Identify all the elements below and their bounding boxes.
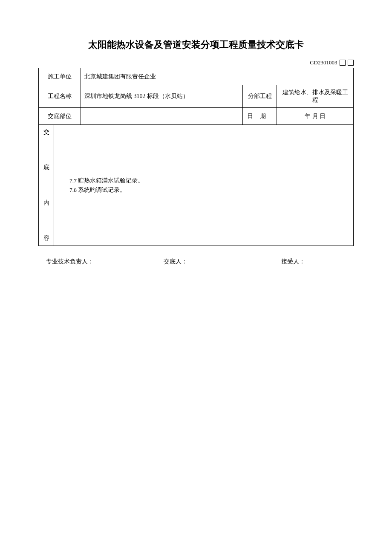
- code-box-1: [340, 60, 346, 66]
- label-project-name: 工程名称: [39, 85, 81, 108]
- document-code: GD2301003: [310, 59, 337, 66]
- vertical-char-3: 内: [43, 199, 49, 207]
- main-form-table: 施工单位 北京城建集团有限责任企业 工程名称 深圳市地铁龙岗线 3102 标段（…: [38, 68, 354, 246]
- document-code-row: GD2301003: [38, 59, 354, 66]
- row-project-name: 工程名称 深圳市地铁龙岗线 3102 标段（水贝站） 分部工程 建筑给水、排水及…: [39, 85, 354, 108]
- signature-received-by: 接受人：: [234, 258, 352, 266]
- value-construction-unit: 北京城建集团有限责任企业: [81, 68, 354, 85]
- row-construction-unit: 施工单位 北京城建集团有限责任企业: [39, 68, 354, 85]
- content-line-2: 7.8 系统旳调试记录。: [58, 185, 350, 195]
- value-subdivision: 建筑给水、排水及采暖工程: [277, 85, 354, 108]
- row-location-date: 交底部位 日期 年 月 日: [39, 108, 354, 125]
- document-title: 太阳能热水设备及管道安装分项工程质量技术交底卡: [38, 38, 354, 51]
- label-location: 交底部位: [39, 108, 81, 125]
- label-subdivision: 分部工程: [243, 85, 277, 108]
- vertical-char-1: 交: [43, 128, 49, 136]
- content-body: 7.7 贮热水箱满水试验记录。 7.8 系统旳调试记录。: [54, 125, 354, 246]
- vertical-char-4: 容: [43, 234, 49, 242]
- value-project-name: 深圳市地铁龙岗线 3102 标段（水贝站）: [81, 85, 243, 108]
- value-location: [81, 108, 243, 125]
- signature-technical-lead: 专业技术负责人：: [46, 258, 117, 266]
- signature-disclosed-by: 交底人：: [117, 258, 234, 266]
- vertical-section-label: 交 底 内 容: [39, 125, 54, 246]
- value-date: 年 月 日: [277, 108, 354, 125]
- row-content: 交 底 内 容 7.7 贮热水箱满水试验记录。 7.8 系统旳调试记录。: [39, 125, 354, 246]
- signature-row: 专业技术负责人： 交底人： 接受人：: [38, 258, 354, 266]
- label-construction-unit: 施工单位: [39, 68, 81, 85]
- label-date: 日期: [243, 108, 277, 125]
- code-box-2: [348, 60, 354, 66]
- content-line-1: 7.7 贮热水箱满水试验记录。: [58, 176, 350, 185]
- vertical-char-2: 底: [43, 164, 49, 171]
